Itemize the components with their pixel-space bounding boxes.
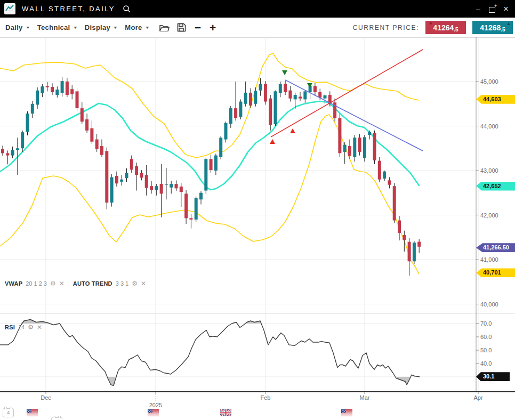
- candle-body: [140, 173, 143, 177]
- rsi-axis-label: 50.0: [480, 346, 492, 354]
- candle-body: [204, 159, 207, 190]
- calendar-event-icon[interactable]: 4: [51, 417, 62, 420]
- candle-body: [195, 198, 198, 220]
- price-chart-canvas[interactable]: [0, 0, 515, 420]
- candle-body: [51, 87, 54, 92]
- candle-body: [318, 92, 321, 98]
- candle-body: [21, 132, 24, 148]
- price-tag: 44,603: [476, 95, 515, 104]
- candle-body: [55, 90, 59, 95]
- candle-body: [229, 108, 232, 124]
- candle-body: [90, 128, 93, 142]
- candle-body: [145, 175, 148, 188]
- close-icon[interactable]: ✕: [37, 324, 42, 330]
- candle-body: [368, 132, 371, 135]
- price-tag: 41,266.50: [476, 243, 515, 252]
- gear-icon[interactable]: ⚙: [50, 280, 56, 287]
- candle-body: [61, 81, 64, 93]
- candle-body: [214, 156, 218, 171]
- candle-body: [210, 159, 213, 170]
- gear-icon[interactable]: ⚙: [132, 280, 138, 287]
- candle-body: [264, 84, 267, 101]
- candle-body: [324, 95, 327, 99]
- candle-body: [269, 99, 272, 125]
- candle-body: [125, 173, 128, 178]
- gear-icon[interactable]: ⚙: [28, 324, 34, 330]
- candle-body: [383, 172, 386, 179]
- trading-chart-window: WALL STREET, DAILY – + × Daily▼ Technica…: [0, 0, 515, 420]
- vwap-indicator-label: VWAP: [5, 280, 22, 287]
- candle-body: [259, 84, 262, 91]
- candle-body: [417, 242, 421, 247]
- candle-body: [353, 138, 356, 157]
- candle-body: [115, 176, 118, 183]
- uk-flag-icon[interactable]: [220, 409, 231, 416]
- date-label: Mar: [353, 394, 376, 401]
- candle-body: [343, 145, 347, 152]
- candle-body: [294, 95, 297, 99]
- candle-body: [363, 137, 366, 158]
- date-label: Feb: [254, 394, 277, 401]
- rsi-axis-label: 70.0: [480, 320, 492, 327]
- candle-body: [31, 104, 34, 114]
- rsi-value-tag: 30.1: [476, 372, 510, 381]
- price-tag: 42,652: [476, 182, 515, 191]
- rsi-axis-label: 60.0: [480, 333, 492, 341]
- candle-body: [338, 118, 341, 153]
- candle-body: [150, 186, 153, 190]
- us-flag-icon[interactable]: [27, 409, 38, 416]
- candle-body: [81, 108, 84, 122]
- candle-body: [120, 180, 123, 182]
- autotrend-indicator-label: AUTO TREND: [73, 280, 112, 287]
- us-flag-icon[interactable]: [341, 409, 352, 416]
- candle-body: [408, 242, 411, 262]
- candle-body: [11, 150, 14, 156]
- us-flag-icon[interactable]: [148, 409, 159, 416]
- candle-body: [100, 146, 103, 155]
- candle-body: [299, 96, 302, 98]
- candle-body: [66, 82, 69, 95]
- candle-body: [135, 166, 138, 175]
- buy-signal-arrow-icon: [290, 128, 295, 133]
- candle-body: [170, 184, 173, 188]
- candle-body: [165, 184, 168, 184]
- candle-body: [105, 151, 108, 203]
- candle-body: [288, 91, 292, 99]
- candle-body: [41, 86, 44, 93]
- price-tag: 40,701: [476, 268, 515, 277]
- candle-body: [244, 93, 247, 104]
- candle-body: [393, 186, 396, 220]
- candle-body: [249, 93, 252, 106]
- sell-signal-arrow-icon: [282, 70, 287, 75]
- candle-body: [199, 193, 203, 200]
- close-icon[interactable]: ✕: [141, 280, 146, 287]
- price-axis-label: 44,000: [480, 123, 498, 130]
- candle-body: [76, 91, 79, 108]
- candle-body: [358, 138, 361, 152]
- candle-body: [160, 184, 163, 193]
- candle-body: [130, 159, 133, 169]
- candle-body: [95, 140, 99, 149]
- candle-body: [175, 184, 178, 188]
- candle-body: [313, 86, 317, 92]
- candle-body: [1, 149, 4, 154]
- candle-body: [234, 108, 237, 118]
- rsi-threshold-fill: [107, 377, 116, 385]
- candle-body: [224, 123, 228, 140]
- indicator-row: VWAP 20 1 2 3 ⚙ ✕ AUTO TREND 3 3 1 ⚙ ✕: [5, 280, 146, 287]
- candle-body: [184, 193, 188, 218]
- price-axis-label: 43,000: [480, 167, 498, 174]
- candle-body: [180, 187, 183, 192]
- price-axis-label: 42,000: [480, 212, 498, 219]
- candle-body: [348, 146, 351, 156]
- candle-body: [254, 91, 257, 104]
- calendar-event-icon[interactable]: 4: [3, 408, 14, 417]
- candle-body: [378, 161, 381, 180]
- candle-body: [398, 221, 401, 233]
- price-axis-label: 41,000: [480, 256, 498, 263]
- rsi-axis-label: 40.0: [480, 360, 492, 367]
- candle-body: [85, 119, 88, 131]
- candle-body: [189, 218, 192, 220]
- close-icon[interactable]: ✕: [59, 280, 65, 287]
- price-axis-label: 40,000: [480, 301, 498, 308]
